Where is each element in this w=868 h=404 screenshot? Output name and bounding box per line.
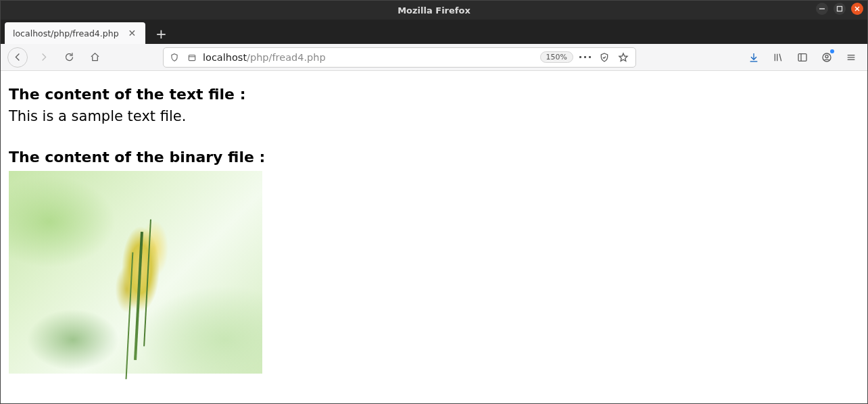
sidebar-button[interactable] (793, 48, 812, 67)
bookmark-star-button[interactable] (615, 49, 631, 66)
account-button[interactable] (817, 48, 836, 67)
maximize-button[interactable] (834, 3, 846, 15)
url-path: /php/fread4.php (247, 52, 326, 63)
svg-rect-4 (189, 55, 195, 60)
forward-button (33, 47, 53, 68)
url-host: localhost (203, 52, 247, 63)
svg-marker-6 (619, 53, 627, 61)
zoom-badge[interactable]: 150% (540, 51, 573, 63)
heading-text-file: The content of the text file : (9, 86, 859, 103)
svg-rect-1 (838, 7, 842, 11)
close-window-button[interactable] (851, 3, 863, 15)
tab-strip: localhost/php/fread4.php ✕ + (1, 20, 867, 44)
svg-rect-12 (798, 53, 806, 61)
tab-label: localhost/php/fread4.php (13, 28, 119, 39)
reload-button[interactable] (59, 47, 79, 68)
browser-tab[interactable]: localhost/php/fread4.php ✕ (5, 22, 145, 44)
url-text[interactable]: localhost/php/fread4.php (203, 52, 532, 63)
back-button[interactable] (7, 47, 28, 68)
library-button[interactable] (769, 48, 788, 67)
minimize-button[interactable] (816, 3, 828, 15)
close-tab-button[interactable]: ✕ (126, 27, 139, 39)
new-tab-button[interactable]: + (151, 24, 171, 44)
svg-point-15 (825, 55, 828, 57)
heading-binary-file: The content of the binary file : (9, 149, 859, 166)
text-file-content: This is a sample text file. (9, 108, 859, 124)
page-content: The content of the text file : This is a… (1, 71, 867, 403)
site-info-icon[interactable] (185, 51, 199, 64)
downloads-button[interactable] (744, 48, 763, 67)
reader-permissions-icon[interactable] (596, 49, 612, 66)
app-menu-button[interactable] (842, 48, 861, 67)
navigation-toolbar: localhost/php/fread4.php 150% ··· (1, 44, 867, 71)
page-actions-button[interactable]: ··· (577, 49, 594, 66)
binary-file-image (9, 171, 262, 374)
window-title: Mozilla Firefox (1, 5, 867, 16)
home-button[interactable] (85, 47, 105, 68)
svg-line-11 (779, 53, 781, 61)
window-titlebar: Mozilla Firefox (1, 1, 867, 20)
address-bar[interactable]: localhost/php/fread4.php 150% ··· (163, 47, 636, 68)
window-buttons (816, 3, 863, 15)
shield-icon[interactable] (168, 51, 181, 64)
